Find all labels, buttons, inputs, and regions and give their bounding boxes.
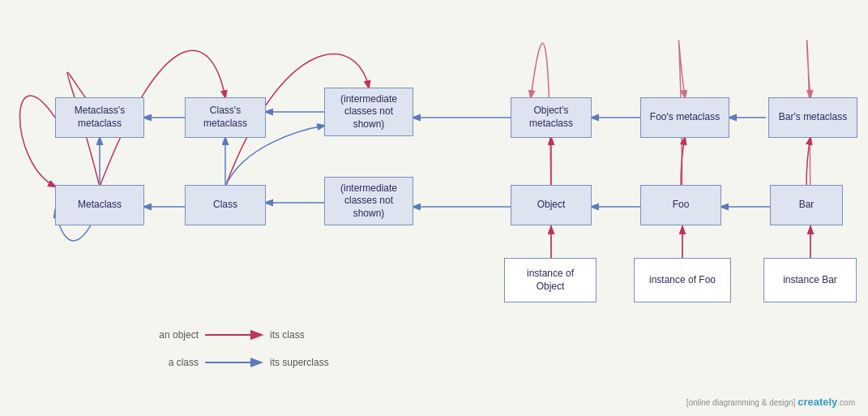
legend-object-arrow: an object its class [146, 328, 329, 341]
node-object: Object [511, 185, 592, 225]
node-inst-foo: instance of Foo [634, 258, 731, 302]
node-metaclass-meta: Metaclass's metaclass [55, 97, 144, 138]
diagram-container: Metaclass's metaclass Class's metaclass … [0, 0, 868, 416]
badge-suffix: .com [837, 398, 855, 407]
legend-blue-arrow-svg [205, 356, 270, 369]
node-inter-class: (intermediate classes not shown) [324, 177, 413, 225]
legend-class-arrow: a class its superclass [146, 356, 329, 369]
legend-class-label: its class [270, 329, 305, 341]
badge-brand: creately [797, 396, 837, 408]
node-bar: Bar [770, 185, 843, 225]
legend-object-label: an object [146, 329, 199, 341]
node-inst-bar: instance Bar [763, 258, 857, 302]
node-inst-object: instance of Object [504, 258, 596, 302]
badge-prefix: [online diagramming & design] [686, 398, 796, 407]
node-class-meta: Class's metaclass [185, 97, 266, 138]
node-foo: Foo [640, 185, 721, 225]
node-object-meta: Object's metaclass [511, 97, 592, 138]
creately-badge: [online diagramming & design] creately.c… [686, 396, 855, 408]
node-inter-meta: (intermediate classes not shown) [324, 88, 413, 136]
node-bar-meta: Bar's metaclass [768, 97, 857, 138]
node-metaclass: Metaclass [55, 185, 144, 225]
legend-superclass-label: its superclass [270, 357, 329, 368]
legend: an object its class a class [146, 328, 329, 384]
node-foo-meta: Foo's metaclass [640, 97, 729, 138]
node-class: Class [185, 185, 266, 225]
legend-red-arrow-svg [205, 328, 270, 341]
legend-class-left: a class [146, 357, 199, 368]
